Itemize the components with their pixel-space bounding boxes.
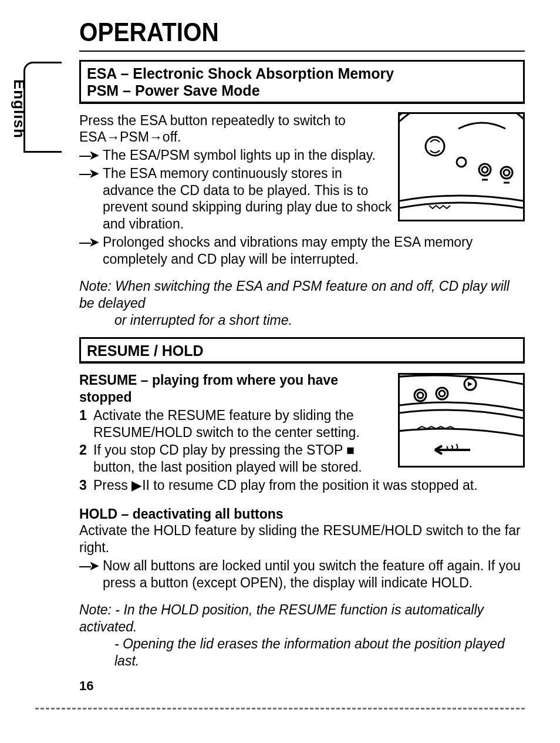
step-text: Activate the RESUME feature by sliding t… [93, 407, 392, 441]
note-text-cont: - Opening the lid erases the information… [114, 636, 525, 670]
bullet-text: Now all buttons are locked until you swi… [103, 557, 525, 591]
note-text: Note: When switching the ESA and PSM fea… [79, 278, 510, 311]
title-rule [79, 51, 525, 52]
bullet-text: The ESA/PSM symbol lights up in the disp… [103, 147, 392, 164]
svg-point-3 [482, 167, 488, 173]
heading-line: PSM – Power Save Mode [87, 82, 517, 99]
step-number: 2 [79, 442, 93, 459]
step-item: 1 Activate the RESUME feature by sliding… [79, 407, 392, 441]
step-item: 2 If you stop CD play by pressing the ST… [79, 442, 392, 476]
bullet-text: The ESA memory continuously stores in ad… [103, 165, 392, 233]
note-text: Note: - In the HOLD position, the RESUME… [79, 602, 484, 634]
section1-note: Note: When switching the ESA and PSM fea… [79, 278, 525, 328]
bullet-item: —➤ The ESA memory continuously stores in… [79, 165, 392, 233]
page-title: OPERATION [79, 18, 489, 47]
language-tab-label: English [10, 79, 28, 139]
section-esa-psm-heading: ESA – Electronic Shock Absorption Memory… [79, 60, 525, 104]
step-item: 3 Press ▶II to resume CD play from the p… [79, 477, 525, 494]
svg-point-9 [414, 389, 426, 401]
step-text: Press ▶II to resume CD play from the pos… [93, 477, 525, 494]
language-tab-frame [23, 62, 62, 153]
bullet-item: —➤ The ESA/PSM symbol lights up in the d… [79, 147, 392, 164]
svg-point-2 [479, 164, 491, 176]
svg-point-10 [417, 392, 423, 398]
arrow-icon: —➤ [79, 234, 103, 250]
step-number: 1 [79, 407, 93, 424]
step-text: If you stop CD play by pressing the STOP… [93, 442, 392, 476]
page-number: 16 [79, 678, 93, 694]
arrow-icon: —➤ [79, 165, 103, 181]
svg-point-11 [436, 388, 448, 399]
section2-note: Note: - In the HOLD position, the RESUME… [79, 601, 525, 669]
cd-player-controls-illustration [398, 373, 525, 468]
bottom-perforation-line [35, 708, 525, 710]
note-text-cont: or interrupted for a short time. [114, 312, 525, 329]
bullet-item: —➤ Prolonged shocks and vibrations may e… [79, 234, 525, 268]
cd-player-top-illustration [398, 112, 525, 221]
arrow-icon: —➤ [79, 147, 103, 163]
bullet-item: —➤ Now all buttons are locked until you … [79, 557, 525, 591]
hold-subheading: HOLD – deactivating all buttons [79, 506, 525, 523]
arrow-icon: —➤ [79, 557, 103, 573]
svg-point-5 [504, 170, 510, 176]
heading-line: RESUME / HOLD [87, 342, 204, 359]
hold-intro-text: Activate the HOLD feature by sliding the… [79, 522, 525, 556]
step-number: 3 [79, 477, 93, 494]
bullet-text: Prolonged shocks and vibrations may empt… [103, 234, 525, 268]
section-resume-hold-heading: RESUME / HOLD [79, 337, 525, 364]
heading-line: ESA – Electronic Shock Absorption Memory [87, 65, 517, 82]
svg-point-12 [439, 391, 445, 396]
svg-point-1 [457, 157, 466, 167]
svg-point-4 [501, 167, 512, 179]
